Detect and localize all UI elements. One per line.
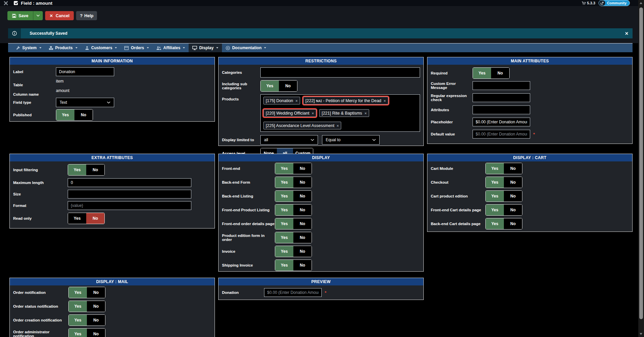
yes-option[interactable]: Yes <box>261 81 279 91</box>
default-value-input[interactable] <box>473 130 530 139</box>
size-input[interactable] <box>68 190 191 198</box>
no-option[interactable]: No <box>293 205 312 215</box>
shipping-invoice-toggle[interactable]: YesNo <box>275 259 312 271</box>
label-input[interactable] <box>56 67 114 76</box>
no-option[interactable]: No <box>86 164 104 175</box>
front-end-order-details-toggle[interactable]: YesNo <box>275 218 312 229</box>
attributes-input[interactable] <box>473 105 530 114</box>
yes-option[interactable]: Yes <box>486 163 504 174</box>
no-option[interactable]: No <box>279 81 297 91</box>
published-toggle[interactable]: Yes No <box>56 109 93 121</box>
alert-close-icon[interactable]: ✕ <box>625 31 629 36</box>
including-sub-categories-toggle[interactable]: Yes No <box>260 80 297 92</box>
yes-option[interactable]: Yes <box>69 301 87 312</box>
order-status-notification-toggle[interactable]: YesNo <box>68 301 105 312</box>
yes-option[interactable]: Yes <box>486 191 504 202</box>
yes-option[interactable]: Yes <box>486 177 504 188</box>
read-only-toggle[interactable]: Yes No <box>68 213 105 224</box>
back-end-cart-details-toggle[interactable]: YesNo <box>485 218 522 229</box>
front-end-toggle[interactable]: YesNo <box>275 163 312 174</box>
no-option[interactable]: No <box>87 301 105 312</box>
maximum-length-input[interactable] <box>68 178 191 187</box>
yes-option[interactable]: Yes <box>275 260 293 271</box>
no-option[interactable]: No <box>293 163 312 174</box>
yes-option[interactable]: Yes <box>275 163 293 174</box>
order-creation-notification-toggle[interactable]: YesNo <box>68 314 105 326</box>
help-button[interactable]: ? Help <box>76 11 97 20</box>
front-end-cart-details-toggle[interactable]: YesNo <box>485 204 522 216</box>
categories-input[interactable] <box>260 67 420 78</box>
no-option[interactable]: No <box>293 232 312 243</box>
yes-option[interactable]: Yes <box>275 191 293 202</box>
no-option[interactable]: No <box>293 218 312 229</box>
display-limited-to-select[interactable]: all <box>260 135 318 145</box>
scroll-up-arrow-icon[interactable] <box>640 2 642 4</box>
yes-option[interactable]: Yes <box>275 177 293 188</box>
order-administrator-notification-toggle[interactable]: YesNo <box>68 328 105 337</box>
yes-option[interactable]: Yes <box>69 315 87 326</box>
save-dropdown-button[interactable] <box>33 14 43 17</box>
no-option[interactable]: No <box>293 246 312 257</box>
custom-error-message-input[interactable] <box>473 81 530 90</box>
yes-option[interactable]: Yes <box>69 287 87 298</box>
no-option[interactable]: No <box>504 218 522 229</box>
cancel-button[interactable]: ✕ Cancel <box>45 11 74 20</box>
required-toggle[interactable]: Yes No <box>473 67 510 79</box>
no-option[interactable]: No <box>504 163 522 174</box>
scroll-down-arrow-icon[interactable] <box>640 333 642 335</box>
product-tag-highlighted[interactable]: [222] ɴᴀɪ - Petition of Mercy for the De… <box>303 97 388 104</box>
menu-item-system[interactable]: System <box>12 43 45 52</box>
save-button[interactable]: Save <box>7 11 43 20</box>
back-end-listing-toggle[interactable]: YesNo <box>275 190 312 202</box>
no-option[interactable]: No <box>87 329 105 337</box>
no-option[interactable]: No <box>504 191 522 202</box>
no-option[interactable]: No <box>293 260 312 271</box>
no-option[interactable]: No <box>504 205 522 215</box>
menu-item-documentation[interactable]: Documentation <box>222 43 270 52</box>
placeholder-input[interactable] <box>473 118 530 126</box>
remove-tag-icon[interactable]: × <box>364 111 366 115</box>
front-end-product-listing-toggle[interactable]: YesNo <box>275 204 312 216</box>
yes-option[interactable]: Yes <box>56 110 74 120</box>
no-option[interactable]: No <box>293 177 312 188</box>
field-type-select[interactable]: Text <box>56 98 114 107</box>
yes-option[interactable]: Yes <box>473 68 491 79</box>
menu-item-orders[interactable]: Orders <box>121 43 152 52</box>
invoice-toggle[interactable]: YesNo <box>275 246 312 257</box>
products-tag-input[interactable]: [175] Donation× [222] ɴᴀɪ - Petition of … <box>260 94 420 132</box>
remove-tag-icon[interactable]: × <box>337 124 339 128</box>
yes-option[interactable]: Yes <box>68 213 86 224</box>
menu-item-products[interactable]: Products <box>45 43 81 52</box>
no-option[interactable]: No <box>491 68 509 79</box>
back-end-form-toggle[interactable]: YesNo <box>275 177 312 188</box>
menu-item-display[interactable]: Display <box>189 43 222 52</box>
vertical-scrollbar[interactable] <box>638 0 644 337</box>
format-input[interactable] <box>68 201 191 210</box>
no-option[interactable]: No <box>86 213 104 224</box>
community-button[interactable]: Community <box>599 0 630 6</box>
cart-module-toggle[interactable]: YesNo <box>485 163 522 174</box>
yes-option[interactable]: Yes <box>275 246 293 257</box>
menu-item-customers[interactable]: Customers <box>81 43 121 52</box>
display-limited-operator-select[interactable]: Equal to <box>322 135 380 145</box>
yes-option[interactable]: Yes <box>68 164 86 175</box>
remove-tag-icon[interactable]: × <box>295 99 297 103</box>
yes-option[interactable]: Yes <box>486 218 504 229</box>
product-edition-form-toggle[interactable]: YesNo <box>275 232 312 243</box>
no-option[interactable]: No <box>293 191 312 202</box>
product-tag[interactable]: [221] Rite & Baptisms× <box>319 109 369 117</box>
product-tag[interactable]: [225] Ascendance Level Assessment× <box>263 122 341 129</box>
input-filtering-toggle[interactable]: Yes No <box>68 164 105 176</box>
no-option[interactable]: No <box>504 177 522 188</box>
remove-tag-icon[interactable]: × <box>312 111 314 115</box>
yes-option[interactable]: Yes <box>275 205 293 215</box>
scrollbar-thumb[interactable] <box>639 7 643 319</box>
remove-tag-icon[interactable]: × <box>384 99 386 103</box>
checkout-toggle[interactable]: YesNo <box>485 177 522 188</box>
yes-option[interactable]: Yes <box>69 329 87 337</box>
product-tag-highlighted[interactable]: [220] Wedding Officiant× <box>263 109 316 117</box>
yes-option[interactable]: Yes <box>275 218 293 229</box>
menu-item-affiliates[interactable]: Affiliates <box>153 43 189 52</box>
no-option[interactable]: No <box>87 315 105 326</box>
yes-option[interactable]: Yes <box>275 232 293 243</box>
